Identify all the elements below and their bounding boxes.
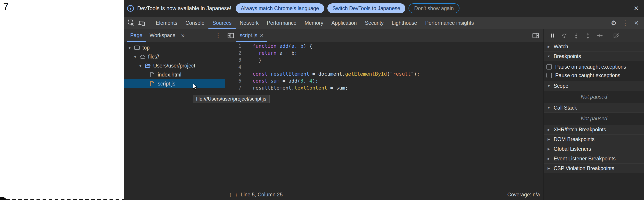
settings-gear-icon[interactable]: ⚙ [609, 18, 619, 28]
main-tab[interactable]: Performance [263, 17, 300, 29]
code-line[interactable]: 3 } [225, 56, 544, 63]
section-scope[interactable]: ▼ Scope [544, 81, 644, 91]
source-editor: 1function add(a, b) {2 return a + b;3 }4… [225, 42, 544, 200]
inspect-element-icon[interactable] [126, 17, 136, 29]
devtools-window: i DevTools is now available in Japanese!… [124, 0, 644, 200]
chevron-down-icon[interactable]: ▼ [547, 84, 551, 88]
infobar-button[interactable]: Switch DevTools to Japanese [328, 3, 405, 13]
infobar-button[interactable]: Always match Chrome's language [236, 3, 324, 13]
cursor-position-label: Line 5, Column 25 [241, 192, 283, 198]
chevron-right-icon[interactable]: ▶ [547, 45, 551, 48]
step-over-icon[interactable] [558, 29, 570, 42]
script-file-icon [149, 80, 156, 87]
tree-item-label: script.js [158, 81, 175, 87]
chevron-down-icon[interactable]: ▾ [133, 54, 137, 59]
line-number[interactable]: 1 [225, 43, 241, 49]
debugger-controls [544, 29, 644, 42]
tree-item-script-js[interactable]: script.js [124, 79, 225, 88]
section-breakpoints[interactable]: ▼ Breakpoints [544, 51, 644, 61]
page-corner-label: 7 [3, 1, 8, 12]
tree-item-label: top [142, 45, 150, 51]
pause-script-icon[interactable] [547, 29, 558, 42]
main-tab[interactable]: Performance insights [421, 17, 478, 29]
main-tab[interactable]: Network [236, 17, 263, 29]
folder-open-icon [144, 62, 151, 69]
checkbox-label: Pause on caught exceptions [555, 72, 620, 78]
chevron-right-icon[interactable]: ▶ [547, 167, 551, 170]
code-line[interactable]: 6const sum = add(3, 4); [225, 77, 544, 84]
pretty-print-icon[interactable]: { } [229, 192, 238, 198]
section-event-listener-breakpoints[interactable]: ▶ Event Listener Breakpoints [544, 154, 644, 164]
line-number[interactable]: 5 [225, 71, 241, 77]
main-tab[interactable]: Console [182, 17, 208, 29]
line-number[interactable]: 4 [225, 64, 241, 70]
infobar: i DevTools is now available in Japanese!… [124, 0, 644, 17]
coverage-label: Coverage: n/a [508, 192, 540, 198]
navigator-kebab-icon[interactable]: ⋮ [211, 29, 225, 42]
main-tab[interactable]: Security [361, 17, 388, 29]
main-tab-label: Elements [156, 20, 177, 26]
deactivate-breakpoints-icon[interactable] [610, 29, 622, 42]
section-label: Global Listeners [554, 146, 591, 152]
editor-status-bar: { } Line 5, Column 25 Coverage: n/a [225, 189, 544, 200]
section-global-listeners[interactable]: ▶ Global Listeners [544, 144, 644, 154]
chevron-right-icon[interactable]: ▶ [547, 157, 551, 160]
main-tabs: Elements Console Sources [152, 17, 478, 29]
line-number[interactable]: 7 [225, 85, 241, 91]
line-number[interactable]: 6 [225, 78, 241, 84]
step-icon[interactable] [594, 29, 606, 42]
code-line[interactable]: 4 [225, 63, 544, 70]
main-tab[interactable]: Sources [208, 17, 236, 29]
editor-tab-close-icon[interactable]: × [260, 32, 264, 39]
chevron-right-icon[interactable]: ▶ [547, 128, 551, 131]
checkbox-unchecked[interactable] [546, 73, 552, 78]
code-line[interactable]: 5const resultElement = document.getEleme… [225, 70, 544, 77]
infobar-close-icon[interactable]: × [634, 4, 638, 12]
tree-item-label: index.html [158, 72, 182, 78]
tab-page[interactable]: Page [127, 29, 146, 42]
checkbox-unchecked[interactable] [546, 64, 552, 69]
more-tabs-icon[interactable]: » [179, 29, 187, 42]
toggle-navigator-sidebar-icon[interactable] [225, 29, 236, 42]
device-toolbar-icon[interactable] [136, 17, 147, 29]
pause-uncaught-row[interactable]: Pause on uncaught exceptions [544, 62, 644, 71]
chevron-down-icon[interactable]: ▾ [128, 45, 132, 50]
tree-item-file-scheme[interactable]: ▾ file:// [124, 52, 225, 61]
toggle-debugger-sidebar-icon[interactable] [530, 29, 541, 42]
tree-item-top[interactable]: ▾ top [124, 43, 225, 52]
infobar-buttons: Always match Chrome's language Switch De… [236, 3, 460, 13]
code-line[interactable]: 1function add(a, b) { [225, 42, 544, 49]
kebab-menu-icon[interactable]: ⋮ [620, 18, 630, 28]
devtools-close-icon[interactable]: × [632, 18, 641, 28]
tree-item-index-html[interactable]: index.html [124, 70, 225, 79]
main-tab[interactable]: Memory [300, 17, 328, 29]
pause-caught-row[interactable]: Pause on caught exceptions [544, 71, 644, 80]
section-call-stack[interactable]: ▼ Call Stack [544, 103, 644, 113]
section-dom-breakpoints[interactable]: ▶ DOM Breakpoints [544, 135, 644, 144]
code-area[interactable]: 1function add(a, b) {2 return a + b;3 }4… [225, 42, 544, 189]
main-tab[interactable]: Application [328, 17, 361, 29]
section-xhr-breakpoints[interactable]: ▶ XHR/fetch Breakpoints [544, 125, 644, 135]
chevron-down-icon[interactable]: ▾ [138, 63, 142, 68]
tab-workspace[interactable]: Workspace [146, 29, 179, 42]
main-tab-label: Performance insights [425, 20, 474, 26]
tree-item-project-folder[interactable]: ▾ Users/user/project [124, 61, 225, 70]
code-line[interactable]: 2 return a + b; [225, 49, 544, 56]
chevron-right-icon[interactable]: ▶ [547, 147, 551, 151]
main-tab-label: Security [365, 20, 384, 26]
main-tab[interactable]: Lighthouse [388, 17, 421, 29]
line-number[interactable]: 3 [225, 57, 241, 63]
step-into-icon[interactable] [570, 29, 582, 42]
chevron-down-icon[interactable]: ▼ [547, 54, 551, 58]
section-csp-violation-breakpoints[interactable]: ▶ CSP Violation Breakpoints [544, 164, 644, 173]
section-watch[interactable]: ▶ Watch [544, 42, 644, 51]
line-number[interactable]: 2 [225, 50, 241, 56]
infobar-button[interactable]: Don't show again [408, 3, 460, 13]
main-tab[interactable]: Elements [152, 17, 182, 29]
code-line[interactable]: 7resultElement.textContent = sum; [225, 84, 544, 91]
section-label: Event Listener Breakpoints [554, 156, 616, 162]
step-out-icon[interactable] [582, 29, 594, 42]
editor-tab-scriptjs[interactable]: script.js × [236, 29, 267, 42]
chevron-right-icon[interactable]: ▶ [547, 138, 551, 141]
chevron-down-icon[interactable]: ▼ [547, 106, 551, 110]
